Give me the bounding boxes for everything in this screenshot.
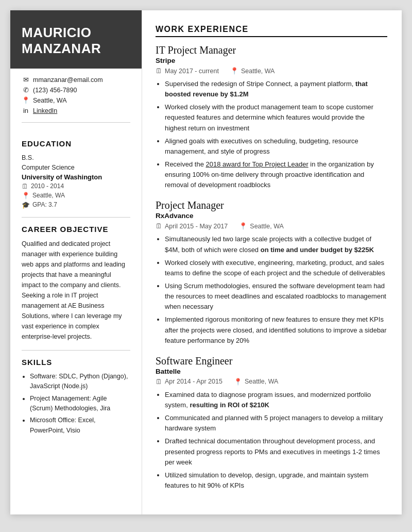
contact-section: ✉ mmanzanar@email.com ✆ (123) 456-7890 📍… (10, 69, 142, 117)
job-company-2: RxAdvance (156, 212, 387, 220)
calendar-icon: 🗓 (22, 182, 28, 190)
divider3 (22, 350, 130, 351)
bullet-1-1: Supervised the redesign of Stripe Connec… (165, 79, 387, 99)
job-block-3: Software Engineer Battelle 🗓 Apr 2014 - … (156, 355, 387, 491)
career-objective-section: CAREER OBJECTIVE Qualified and dedicated… (22, 225, 130, 342)
skill-item: Microsoft Office: Excel, PowerPoint, Vis… (30, 415, 130, 436)
job-block-2: Project Manager RxAdvance 🗓 April 2015 -… (156, 200, 387, 345)
work-experience-title: WORK EXPERIENCE (156, 25, 387, 37)
job-meta-3: 🗓 Apr 2014 - Apr 2015 📍 Seattle, WA (156, 378, 387, 386)
sidebar-content: EDUCATION B.S. Computer Science Universi… (10, 130, 142, 453)
bold-2-1: on time and under budget by $225K (261, 246, 374, 254)
bullet-2-4: Implemented rigorous monitoring of new f… (165, 314, 387, 345)
job-company-3: Battelle (156, 368, 387, 375)
education-title: EDUCATION (22, 139, 130, 148)
bullet-2-1: Simultaneously led two large scale proje… (165, 234, 387, 255)
divider2 (22, 217, 130, 218)
edu-degree: B.S. (22, 153, 130, 163)
bold-1-1: that boosted revenue by $1.2M (165, 80, 368, 98)
cal-icon-2: 🗓 (156, 222, 162, 230)
job-loc-1: 📍 Seattle, WA (230, 67, 275, 75)
pin-icon-1: 📍 (230, 67, 238, 75)
job-meta-1: 🗓 May 2017 - current 📍 Seattle, WA (156, 67, 387, 75)
skill-item: Software: SDLC, Python (Django), JavaScr… (30, 372, 130, 392)
phone-icon: ✆ (22, 86, 30, 94)
contact-email: ✉ mmanzanar@email.com (22, 76, 130, 84)
career-objective-text: Qualified and dedicated project manager … (22, 239, 130, 342)
cal-icon-1: 🗓 (156, 67, 162, 75)
job-bullets-1: Supervised the redesign of Stripe Connec… (156, 79, 387, 190)
bullet-2-2: Worked closely with executive, engineeri… (165, 258, 387, 278)
cal-icon-3: 🗓 (156, 378, 162, 386)
skills-list: Software: SDLC, Python (Django), JavaScr… (22, 372, 130, 436)
contact-list: ✉ mmanzanar@email.com ✆ (123) 456-7890 📍… (22, 76, 130, 114)
contact-location: 📍 Seattle, WA (22, 96, 130, 104)
name-line1: MAURICIO (22, 25, 91, 40)
bold-3-1: resulting in ROI of $210K (190, 401, 269, 409)
job-bullets-3: Examined data to diagnose program issues… (156, 390, 387, 491)
pin-icon-3: 📍 (234, 378, 242, 386)
sidebar-header: MAURICIO MANZANAR (10, 10, 142, 69)
skills-section: SKILLS Software: SDLC, Python (Django), … (22, 358, 130, 436)
edu-gpa: 🎓 GPA: 3.7 (22, 201, 130, 209)
bullet-3-3: Drafted technical documentation througho… (165, 436, 387, 467)
job-block-1: IT Project Manager Stripe 🗓 May 2017 - c… (156, 44, 387, 190)
job-title-3: Software Engineer (156, 355, 387, 367)
bullet-1-2: Worked closely with the product manageme… (165, 102, 387, 133)
career-objective-title: CAREER OBJECTIVE (22, 225, 130, 234)
job-bullets-2: Simultaneously led two large scale proje… (156, 234, 387, 345)
resume-container: MAURICIO MANZANAR ✉ mmanzanar@email.com … (10, 10, 402, 514)
skills-title: SKILLS (22, 358, 130, 367)
job-meta-2: 🗓 April 2015 - May 2017 📍 Seattle, WA (156, 222, 387, 230)
job-title-1: IT Project Manager (156, 44, 387, 56)
job-loc-3: 📍 Seattle, WA (234, 378, 279, 386)
email-icon: ✉ (22, 76, 30, 84)
contact-linkedin[interactable]: in LinkedIn (22, 107, 130, 114)
main-content: WORK EXPERIENCE IT Project Manager Strip… (142, 10, 402, 514)
sidebar: MAURICIO MANZANAR ✉ mmanzanar@email.com … (10, 10, 142, 514)
bullet-3-1: Examined data to diagnose program issues… (165, 390, 387, 410)
candidate-name: MAURICIO MANZANAR (22, 25, 130, 56)
job-loc-2: 📍 Seattle, WA (239, 222, 284, 230)
job-date-3: 🗓 Apr 2014 - Apr 2015 (156, 378, 222, 386)
bullet-1-4: Received the 2018 award for Top Project … (165, 159, 387, 190)
bullet-3-2: Communicated and planned with 5 project … (165, 413, 387, 434)
job-date-1: 🗓 May 2017 - current (156, 67, 219, 75)
job-date-2: 🗓 April 2015 - May 2017 (156, 222, 228, 230)
location-edu-icon: 📍 (22, 192, 30, 200)
skill-item: Project Management: Agile (Scrum) Method… (30, 394, 130, 414)
edu-location: 📍 Seattle, WA (22, 192, 130, 200)
sidebar-divider (22, 122, 130, 123)
edu-years: 🗓 2010 - 2014 (22, 182, 130, 190)
education-section: EDUCATION B.S. Computer Science Universi… (22, 139, 130, 209)
gpa-icon: 🎓 (22, 201, 30, 209)
location-icon: 📍 (22, 96, 30, 104)
job-title-2: Project Manager (156, 200, 387, 211)
pin-icon-2: 📍 (239, 222, 247, 230)
bullet-2-3: Using Scrum methodologies, ensured the s… (165, 281, 387, 312)
underline-1-4: 2018 award for Top Project Leader (206, 160, 308, 168)
linkedin-icon: in (22, 107, 30, 114)
bullet-1-3: Aligned goals with executives on schedul… (165, 136, 387, 157)
edu-field: Computer Science (22, 163, 130, 173)
name-line2: MANZANAR (22, 41, 101, 56)
edu-school: University of Washington (22, 173, 130, 181)
bullet-3-4: Utilized simulation to develop, design, … (165, 470, 387, 491)
contact-phone: ✆ (123) 456-7890 (22, 86, 130, 94)
job-company-1: Stripe (156, 57, 387, 64)
